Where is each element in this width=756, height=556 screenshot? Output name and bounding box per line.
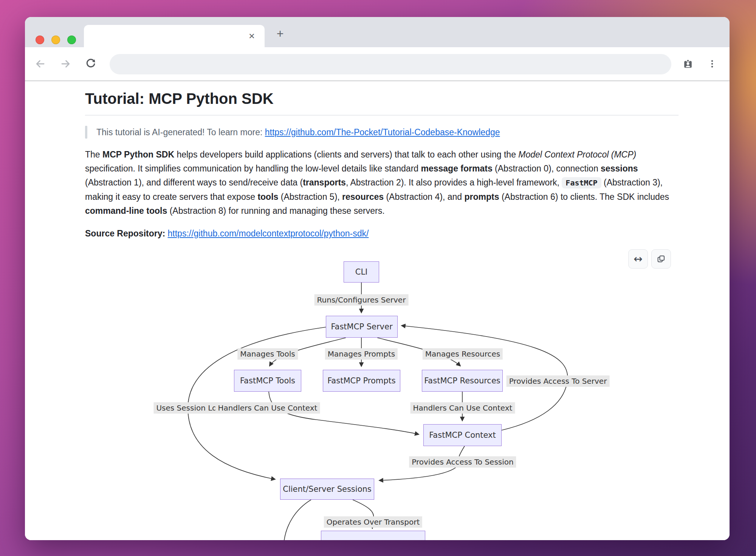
node-fastmcp-server: FastMCP Server [326,316,398,338]
browser-menu-button[interactable] [704,56,720,72]
expand-width-icon: ↔ [634,253,642,265]
profile-button[interactable] [680,56,696,72]
profile-badge-icon [682,58,694,70]
copy-icon [657,255,666,264]
reload-button[interactable] [82,56,99,72]
intro-text: (Abstraction 4), and [384,192,465,202]
new-tab-button[interactable]: + [273,26,288,42]
minimize-window-button[interactable] [51,36,60,44]
url-input[interactable] [110,54,671,74]
intro-paragraph: The MCP Python SDK helps developers buil… [85,148,677,218]
edge-label-provides-access-to-server: Provides Access To Server [507,375,610,387]
kebab-menu-icon [707,59,717,69]
node-transports-partial [321,531,425,540]
fastmcp-code-chip: FastMCP [562,177,601,188]
source-repository-line: Source Repository: https://github.com/mo… [85,227,679,240]
blockquote-text: This tutorial is AI-generated! To learn … [87,126,500,139]
intro-text: The [85,150,102,159]
edge-label-handlers-can-use-context-left: Handlers Can Use Context [215,402,320,414]
intro-bold: command-line tools [85,206,167,216]
intro-text: helps developers build applications (cli… [174,150,518,159]
title-divider [85,115,679,116]
intro-text: (Abstraction 1), and different ways to s… [85,178,303,187]
diagram-expand-button[interactable]: ↔ [628,249,648,269]
note-text: This tutorial is AI-generated! To learn … [96,127,265,137]
source-repository-label: Source Repository: [85,229,168,238]
tab-close-icon[interactable]: ✕ [246,30,258,42]
edge-label-manages-prompts: Manages Prompts [325,348,398,360]
node-cli: CLI [344,261,379,283]
intro-bold: resources [342,192,384,202]
ai-generated-note: This tutorial is AI-generated! To learn … [85,126,679,139]
intro-text: (Abstraction 8) for running and managing… [167,206,384,216]
edge-label-handlers-can-use-context-right: Handlers Can Use Context [411,402,515,414]
edge-label-runs-configures-server: Runs/Configures Server [314,294,409,306]
intro-bold: tools [257,192,278,202]
edge-label-operates-over-transport: Operates Over Transport [324,516,422,528]
intro-text: (Abstraction 5), [278,192,342,202]
back-button[interactable] [32,56,48,72]
source-repository-link[interactable]: https://github.com/modelcontextprotocol/… [168,229,369,238]
page-title: Tutorial: MCP Python SDK [85,90,679,108]
mermaid-diagram: Runs/Configures Server Manages Tools Man… [25,242,730,540]
node-fastmcp-context: FastMCP Context [423,424,502,446]
intro-bold: message formats [421,164,493,173]
browser-toolbar [25,47,730,81]
node-fastmcp-prompts: FastMCP Prompts [323,370,400,392]
forward-arrow-icon [60,58,71,70]
intro-bold: transports [303,178,346,187]
tab-strip: ✕ + [25,17,730,47]
browser-window: ✕ + [25,17,730,540]
edge-label-manages-tools: Manages Tools [237,348,298,360]
intro-bold: prompts [465,192,499,202]
edge-label-manages-resources: Manages Resources [423,348,503,360]
forward-button[interactable] [57,56,74,72]
node-fastmcp-tools: FastMCP Tools [234,370,301,392]
traffic-lights [36,36,76,44]
browser-tab[interactable]: ✕ [84,25,265,48]
tutorial-codebase-link[interactable]: https://github.com/The-Pocket/Tutorial-C… [265,127,500,137]
intro-bold: MCP Python SDK [102,150,174,159]
node-fastmcp-resources: FastMCP Resources [422,370,503,392]
node-client-server-sessions: Client/Server Sessions [280,479,374,500]
intro-text: , Abstraction 2). It also provides a hig… [346,178,562,187]
intro-text: (Abstraction 0), connection [493,164,601,173]
intro-text: specification. It simplifies communicati… [85,164,421,173]
reload-icon [85,58,97,70]
intro-italic: Model Context Protocol (MCP) [518,150,636,159]
close-window-button[interactable] [36,36,44,44]
diagram-copy-button[interactable] [651,249,671,269]
intro-bold: sessions [601,164,638,173]
zoom-window-button[interactable] [67,36,76,44]
back-arrow-icon [34,58,46,70]
edge-label-provides-access-to-session: Provides Access To Session [409,456,516,468]
intro-text: (Abstraction 6) to clients. The SDK incl… [499,192,669,202]
